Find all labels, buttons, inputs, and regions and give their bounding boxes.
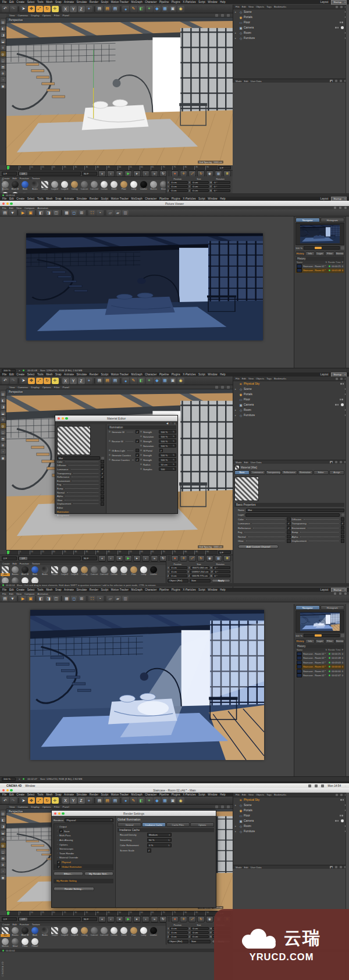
- rs-preset-item[interactable]: My Render Setting: [54, 879, 113, 883]
- object-row-portals[interactable]: ◉Portals: [233, 15, 349, 20]
- material-swatch-ceiling[interactable]: Ceiling: [80, 566, 89, 576]
- menu-help[interactable]: Help: [220, 793, 225, 796]
- om-menu-view[interactable]: View: [248, 5, 254, 8]
- pv-status-zoom[interactable]: 100 %: [2, 777, 16, 781]
- record-keyframe-button[interactable]: ●: [171, 171, 179, 177]
- rs-field-select[interactable]: Medium▾: [147, 833, 172, 837]
- coord-value-field[interactable]: 0 °: [213, 570, 230, 574]
- om-filter-icon[interactable]: [340, 794, 343, 796]
- pv-menu-edit[interactable]: Edit: [9, 207, 13, 210]
- next-frame-button[interactable]: ▸: [133, 916, 141, 922]
- visibility-dot-bottom[interactable]: [341, 815, 343, 816]
- pv-layer-b-icon[interactable]: ▰: [115, 596, 121, 602]
- autokey-button[interactable]: ◉: [206, 171, 213, 177]
- palette-texture-icon[interactable]: ◨: [1, 404, 6, 409]
- timeline-ruler[interactable]: 051015202530354045505560657075808590: [6, 165, 218, 170]
- coord-system-icon[interactable]: ⌖: [86, 378, 92, 384]
- expander-icon[interactable]: ▸: [235, 830, 238, 833]
- pv-close-icon[interactable]: [344, 592, 347, 595]
- am-menu-edit[interactable]: Edit: [244, 866, 248, 869]
- viewport-menu-options[interactable]: Options: [42, 805, 51, 808]
- record-position-button[interactable]: ✛: [180, 555, 187, 562]
- minimize-window-button[interactable]: [6, 202, 9, 204]
- macos-app-name[interactable]: CINEMA 4D: [6, 784, 22, 787]
- channel-cell-alpha[interactable]: Alpha: [292, 535, 345, 539]
- pv-history-row[interactable]: Staircase - Room 02 *00:00:000: [295, 669, 344, 674]
- material-swatch-books[interactable]: Books: [40, 566, 49, 576]
- material-swatch-duvet[interactable]: Duvet: [119, 926, 129, 937]
- viewport-menu-view[interactable]: View: [9, 805, 15, 808]
- x-axis-button[interactable]: X: [62, 378, 69, 384]
- me-page-editor[interactable]: Editor: [57, 506, 104, 510]
- menu-mograph[interactable]: MoGraph: [131, 1, 143, 3]
- pv-zoom-100-icon[interactable]: ◻: [71, 596, 77, 602]
- channel-checkbox[interactable]: [341, 539, 345, 543]
- pv-ram-player-icon[interactable]: ▣: [27, 210, 34, 216]
- menu-window[interactable]: Window: [208, 588, 217, 591]
- add-camera-icon[interactable]: ▣: [169, 378, 176, 384]
- om-search-icon[interactable]: [336, 6, 338, 8]
- menu-file[interactable]: File: [2, 373, 6, 376]
- material-swatch-curtain[interactable]: Curtain: [99, 180, 109, 191]
- add-camera-icon[interactable]: ▣: [169, 797, 176, 804]
- material-swatch-floor[interactable]: Floor: [119, 180, 129, 191]
- rs-save-checkbox[interactable]: ✓: [59, 829, 63, 833]
- go-end-button[interactable]: »: [151, 555, 158, 562]
- y-axis-button[interactable]: Y: [70, 378, 77, 384]
- menu-motion-tracker[interactable]: Motion Tracker: [111, 793, 129, 796]
- material-menu-function[interactable]: Function: [20, 923, 29, 926]
- timeline-ruler[interactable]: 051015202530354045505560657075808590: [6, 550, 218, 555]
- mat-tab-illumination[interactable]: Illumination: [298, 470, 313, 475]
- me-channel-checkbox[interactable]: [101, 479, 104, 482]
- redo-icon[interactable]: ↷: [10, 6, 17, 12]
- pv-menu-view[interactable]: View: [16, 207, 22, 210]
- expander-icon[interactable]: ▸: [235, 37, 238, 40]
- autokey-button[interactable]: ◉: [206, 555, 213, 562]
- pv-tab-layer[interactable]: Layer: [315, 251, 325, 256]
- om-menu-tags[interactable]: Tags: [266, 793, 272, 796]
- material-swatch-concret2[interactable]: Concret2: [99, 566, 109, 576]
- timeline-slider[interactable]: 0 F: [18, 556, 81, 560]
- coord-system-icon[interactable]: ⌖: [86, 797, 92, 804]
- me-gi-checkbox[interactable]: [136, 449, 139, 452]
- add-deformer-icon[interactable]: ✴: [146, 378, 153, 384]
- visibility-dot-top[interactable]: [335, 820, 337, 822]
- coord-value-field[interactable]: 0 °: [213, 566, 230, 570]
- palette-enable-axis-icon[interactable]: ⊕: [1, 70, 6, 76]
- record-scale-button[interactable]: ⤢: [188, 171, 196, 177]
- menu-character[interactable]: Character: [145, 197, 156, 200]
- minimize-window-button[interactable]: [58, 812, 60, 814]
- add-primitive-icon[interactable]: ●: [122, 378, 129, 384]
- me-channel-checkbox[interactable]: ✓: [101, 475, 104, 479]
- menu-pipeline[interactable]: Pipeline: [159, 1, 169, 3]
- menu-mesh[interactable]: Mesh: [46, 373, 52, 376]
- go-start-button[interactable]: «: [98, 555, 106, 562]
- add-deformer-icon[interactable]: ✴: [146, 6, 153, 12]
- record-position-button[interactable]: ✛: [180, 916, 187, 922]
- am-history-icon[interactable]: [335, 866, 337, 868]
- menu-animate[interactable]: Animate: [64, 373, 74, 376]
- am-lock-icon[interactable]: [340, 866, 342, 868]
- am-history-icon[interactable]: [335, 80, 337, 82]
- mograph-icon[interactable]: ▦: [162, 378, 169, 384]
- om-scrollbar[interactable]: [346, 5, 349, 197]
- coord-size-mode-select[interactable]: Size: [190, 940, 211, 943]
- menu-animate[interactable]: Animate: [64, 588, 74, 591]
- y-axis-button[interactable]: Y: [70, 6, 77, 12]
- menu-mograph[interactable]: MoGraph: [131, 197, 143, 200]
- close-window-button[interactable]: [54, 812, 56, 814]
- palette-polygons-icon[interactable]: ⬒: [1, 64, 6, 69]
- prev-frame-button[interactable]: ◂: [116, 916, 123, 922]
- me-gi-value-field[interactable]: 100 %⇅: [159, 430, 176, 434]
- material-swatch-carpet2[interactable]: Carpet2: [60, 926, 69, 937]
- channel-cell-reflectance[interactable]: Reflectance✓: [238, 526, 291, 530]
- pv-histogram-icon[interactable]: ▥: [122, 596, 129, 602]
- coord-value-field[interactable]: 0 cm: [170, 185, 188, 189]
- palette-polygons-icon[interactable]: ⬒: [1, 436, 6, 441]
- expander-icon[interactable]: ▸: [235, 409, 238, 411]
- scale-icon[interactable]: ⤢: [36, 797, 43, 804]
- material-menu-texture[interactable]: Texture: [32, 177, 40, 180]
- viewport-menu-filter[interactable]: Filter: [54, 386, 60, 389]
- om-menu-objects[interactable]: Objects: [256, 5, 264, 8]
- material-name-field[interactable]: Mat: [246, 509, 344, 512]
